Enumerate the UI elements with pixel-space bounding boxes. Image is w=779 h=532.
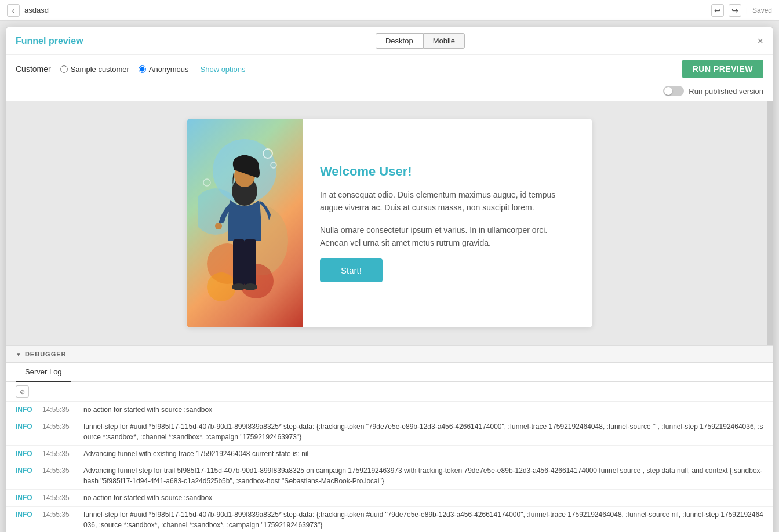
funnel-paragraph-1: In at consequat odio. Duis elementum max…: [320, 188, 575, 214]
preview-scrollbar[interactable]: [767, 101, 773, 345]
anonymous-option[interactable]: Anonymous: [139, 65, 189, 74]
breadcrumb: asdasd: [24, 6, 49, 14]
modal-header: Funnel preview Desktop Mobile ×: [6, 27, 773, 55]
log-time: 14:55:35: [42, 509, 74, 520]
top-bar: ‹ asdasd ↩ ↪ | Saved: [0, 0, 779, 21]
modal-title: Funnel preview: [16, 36, 83, 46]
debugger-section: ▼ DEBUGGER Server Log ⊘ INFO 14:55:35 no…: [6, 345, 773, 532]
funnel-card-content: Welcome User! In at consequat odio. Duis…: [303, 119, 592, 327]
secondary-toolbar: Run published version: [6, 83, 773, 101]
toggle-knob: [664, 87, 672, 95]
customer-section: Customer Sample customer Anonymous Show …: [16, 64, 246, 74]
svg-rect-12: [233, 239, 245, 286]
log-message: Advancing funnel step for trail 5f985f17…: [83, 465, 763, 486]
close-button[interactable]: ×: [757, 36, 763, 46]
top-bar-left: ‹ asdasd: [7, 4, 49, 17]
desktop-view-button[interactable]: Desktop: [376, 33, 423, 49]
saved-label: Saved: [752, 6, 772, 14]
log-level: INFO: [16, 405, 33, 415]
funnel-preview-modal: Funnel preview Desktop Mobile × Customer…: [6, 27, 773, 532]
log-row: INFO 14:55:35 funnel-step for #uuid *5f9…: [6, 507, 773, 532]
anonymous-radio[interactable]: [139, 65, 146, 73]
log-row: INFO 14:55:35 Advancing funnel with exis…: [6, 446, 773, 462]
back-button[interactable]: ‹: [7, 4, 20, 17]
log-message: no action for started with source :sandb…: [83, 493, 763, 503]
log-time: 14:55:35: [42, 465, 74, 476]
log-level: INFO: [16, 449, 33, 459]
server-log-tab[interactable]: Server Log: [16, 363, 71, 382]
redo-button[interactable]: ↪: [729, 4, 741, 17]
log-row: INFO 14:55:35 no action for started with…: [6, 490, 773, 507]
log-time: 14:55:35: [42, 405, 74, 415]
log-time: 14:55:35: [42, 421, 74, 432]
debugger-header[interactable]: ▼ DEBUGGER: [6, 346, 773, 363]
show-options-link[interactable]: Show options: [201, 65, 246, 74]
funnel-title: Welcome User!: [320, 164, 575, 179]
clear-icon: ⊘: [20, 388, 25, 395]
radio-group: Sample customer Anonymous: [60, 65, 189, 74]
log-area: INFO 14:55:35 no action for started with…: [6, 402, 773, 532]
run-published-toggle[interactable]: [663, 86, 684, 96]
person-illustration: [198, 136, 291, 310]
log-row: INFO 14:55:35 funnel-step for #uuid *5f9…: [6, 418, 773, 446]
log-level: INFO: [16, 493, 33, 503]
svg-point-5: [207, 272, 236, 301]
funnel-card-image: [187, 119, 303, 327]
start-button[interactable]: Start!: [320, 258, 383, 282]
anonymous-label: Anonymous: [149, 65, 189, 74]
log-time: 14:55:35: [42, 449, 74, 459]
log-level: INFO: [16, 509, 33, 520]
funnel-paragraph-2: Nulla ornare consectetur ipsum et varius…: [320, 224, 575, 250]
preview-area: Welcome User! In at consequat odio. Duis…: [6, 101, 773, 345]
log-level: INFO: [16, 465, 33, 476]
run-published-label: Run published version: [689, 87, 763, 96]
log-level: INFO: [16, 421, 33, 432]
debugger-chevron-icon: ▼: [16, 351, 21, 358]
log-row: INFO 14:55:35 no action for started with…: [6, 402, 773, 418]
svg-rect-13: [245, 239, 256, 286]
log-message: Advancing funnel with existing trace 175…: [83, 449, 763, 459]
top-bar-right: ↩ ↪ | Saved: [711, 4, 772, 17]
customer-toolbar: Customer Sample customer Anonymous Show …: [6, 55, 773, 83]
log-message: funnel-step for #uuid *5f985f17-115d-407…: [83, 421, 763, 442]
view-toggle-group: Desktop Mobile: [376, 33, 465, 49]
svg-point-15: [243, 283, 257, 290]
run-preview-button[interactable]: RUN PREVIEW: [682, 60, 763, 78]
customer-label: Customer: [16, 64, 51, 74]
sample-customer-option[interactable]: Sample customer: [60, 65, 129, 74]
debugger-label: DEBUGGER: [25, 351, 67, 358]
log-time: 14:55:35: [42, 493, 74, 503]
mobile-view-button[interactable]: Mobile: [423, 33, 465, 49]
log-message: funnel-step for #uuid *5f985f17-115d-407…: [83, 509, 763, 530]
server-log-tabs: Server Log: [6, 363, 773, 382]
svg-point-11: [215, 223, 222, 229]
svg-point-8: [203, 179, 210, 186]
sample-customer-radio[interactable]: [60, 65, 68, 73]
sample-customer-label: Sample customer: [71, 65, 129, 74]
clear-log-button[interactable]: ⊘: [16, 385, 29, 398]
undo-button[interactable]: ↩: [711, 4, 724, 17]
log-message: no action for started with source :sandb…: [83, 405, 763, 415]
log-row: INFO 14:55:35 Advancing funnel step for …: [6, 462, 773, 490]
funnel-card: Welcome User! In at consequat odio. Duis…: [187, 119, 592, 327]
log-toolbar: ⊘: [6, 382, 773, 402]
